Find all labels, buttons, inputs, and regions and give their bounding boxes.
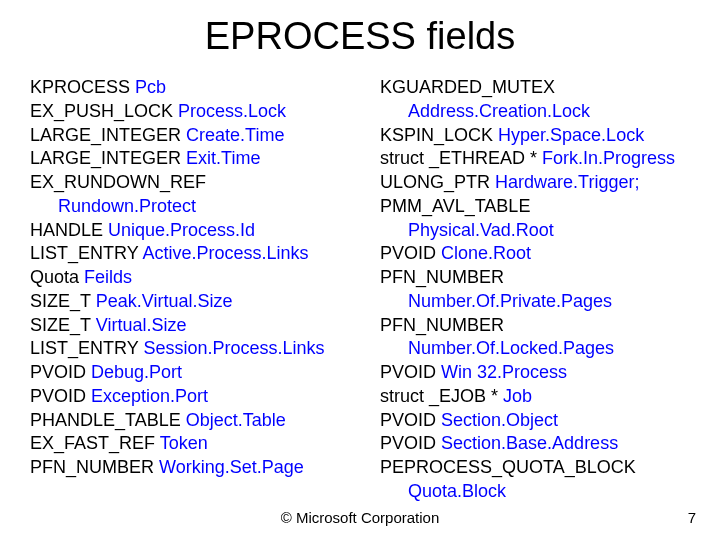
field-entry: LARGE_INTEGER Create.Time <box>30 124 370 148</box>
left-column: KPROCESS PcbEX_PUSH_LOCK Process.LockLAR… <box>30 76 370 504</box>
field-entry: KSPIN_LOCK Hyper.Space.Lock <box>380 124 690 148</box>
columns: KPROCESS PcbEX_PUSH_LOCK Process.LockLAR… <box>30 76 690 504</box>
field-entry: PVOID Clone.Root <box>380 242 690 266</box>
field-type: LIST_ENTRY <box>30 243 138 263</box>
field-member: Virtual.Size <box>96 315 187 335</box>
field-member: Exit.Time <box>186 148 260 168</box>
field-type: LARGE_INTEGER <box>30 125 181 145</box>
field-entry: PVOID Section.Object <box>380 409 690 433</box>
field-entry: PEPROCESS_QUOTA_BLOCKQuota.Block <box>380 456 690 504</box>
page-title: EPROCESS fields <box>30 15 690 58</box>
field-type: Quota <box>30 267 79 287</box>
field-entry: LARGE_INTEGER Exit.Time <box>30 147 370 171</box>
field-member: Address.Creation.Lock <box>380 100 690 124</box>
field-type: LIST_ENTRY <box>30 338 138 358</box>
field-member: Number.Of.Private.Pages <box>380 290 690 314</box>
field-member: Exception.Port <box>91 386 208 406</box>
field-type: KSPIN_LOCK <box>380 125 493 145</box>
field-member: Unique.Process.Id <box>108 220 255 240</box>
field-type: ULONG_PTR <box>380 172 490 192</box>
field-member: Pcb <box>135 77 166 97</box>
field-entry: struct _ETHREAD * Fork.In.Progress <box>380 147 690 171</box>
field-type: PVOID <box>380 433 436 453</box>
field-member: Win 32.Process <box>441 362 567 382</box>
field-entry: LIST_ENTRY Session.Process.Links <box>30 337 370 361</box>
field-type: struct _ETHREAD * <box>380 148 537 168</box>
field-member: Section.Object <box>441 410 558 430</box>
field-member: Job <box>503 386 532 406</box>
right-column: KGUARDED_MUTEXAddress.Creation.LockKSPIN… <box>380 76 690 504</box>
field-member: Physical.Vad.Root <box>380 219 690 243</box>
slide: EPROCESS fields KPROCESS PcbEX_PUSH_LOCK… <box>0 0 720 540</box>
field-type: EX_FAST_REF <box>30 433 155 453</box>
field-entry: ULONG_PTR Hardware.Trigger; <box>380 171 690 195</box>
field-member: Number.Of.Locked.Pages <box>380 337 690 361</box>
field-entry: PMM_AVL_TABLEPhysical.Vad.Root <box>380 195 690 243</box>
field-member: Token <box>160 433 208 453</box>
field-entry: SIZE_T Virtual.Size <box>30 314 370 338</box>
field-type: PVOID <box>380 243 436 263</box>
field-entry: KGUARDED_MUTEXAddress.Creation.Lock <box>380 76 690 124</box>
field-type: PEPROCESS_QUOTA_BLOCK <box>380 457 636 477</box>
field-member: Working.Set.Page <box>159 457 304 477</box>
field-type: KPROCESS <box>30 77 130 97</box>
field-type: LARGE_INTEGER <box>30 148 181 168</box>
field-type: PHANDLE_TABLE <box>30 410 181 430</box>
field-type: PVOID <box>30 386 86 406</box>
field-entry: HANDLE Unique.Process.Id <box>30 219 370 243</box>
field-member: Fork.In.Progress <box>542 148 675 168</box>
field-type: PFN_NUMBER <box>380 315 504 335</box>
field-type: PVOID <box>30 362 86 382</box>
field-type: HANDLE <box>30 220 103 240</box>
field-member: Session.Process.Links <box>143 338 324 358</box>
field-entry: EX_RUNDOWN_REFRundown.Protect <box>30 171 370 219</box>
field-member: Rundown.Protect <box>30 195 370 219</box>
field-entry: KPROCESS Pcb <box>30 76 370 100</box>
field-entry: PVOID Win 32.Process <box>380 361 690 385</box>
field-entry: struct _EJOB * Job <box>380 385 690 409</box>
field-entry: PVOID Section.Base.Address <box>380 432 690 456</box>
field-type: KGUARDED_MUTEX <box>380 77 555 97</box>
field-entry: PFN_NUMBERNumber.Of.Private.Pages <box>380 266 690 314</box>
field-entry: SIZE_T Peak.Virtual.Size <box>30 290 370 314</box>
field-type: PVOID <box>380 362 436 382</box>
field-member: Clone.Root <box>441 243 531 263</box>
field-member: Peak.Virtual.Size <box>96 291 233 311</box>
field-entry: EX_FAST_REF Token <box>30 432 370 456</box>
field-member: Hyper.Space.Lock <box>498 125 644 145</box>
field-type: EX_RUNDOWN_REF <box>30 172 206 192</box>
field-type: PVOID <box>380 410 436 430</box>
field-member: Feilds <box>84 267 132 287</box>
field-entry: LIST_ENTRY Active.Process.Links <box>30 242 370 266</box>
field-member: Create.Time <box>186 125 284 145</box>
field-member: Active.Process.Links <box>142 243 308 263</box>
footer-copyright: © Microsoft Corporation <box>0 509 720 526</box>
field-member: Quota.Block <box>380 480 690 504</box>
field-type: SIZE_T <box>30 315 91 335</box>
field-entry: Quota Feilds <box>30 266 370 290</box>
field-entry: PFN_NUMBER Working.Set.Page <box>30 456 370 480</box>
field-member: Debug.Port <box>91 362 182 382</box>
field-type: PFN_NUMBER <box>30 457 154 477</box>
field-member: Hardware.Trigger <box>495 172 634 192</box>
field-type: EX_PUSH_LOCK <box>30 101 173 121</box>
field-entry: PHANDLE_TABLE Object.Table <box>30 409 370 433</box>
page-number: 7 <box>688 509 696 526</box>
field-type: PMM_AVL_TABLE <box>380 196 530 216</box>
field-type: PFN_NUMBER <box>380 267 504 287</box>
field-entry: PFN_NUMBERNumber.Of.Locked.Pages <box>380 314 690 362</box>
field-entry: PVOID Exception.Port <box>30 385 370 409</box>
field-entry: EX_PUSH_LOCK Process.Lock <box>30 100 370 124</box>
field-entry: PVOID Debug.Port <box>30 361 370 385</box>
field-member: Object.Table <box>186 410 286 430</box>
field-member: Process.Lock <box>178 101 286 121</box>
field-member: Section.Base.Address <box>441 433 618 453</box>
field-type: SIZE_T <box>30 291 91 311</box>
field-type: struct _EJOB * <box>380 386 498 406</box>
